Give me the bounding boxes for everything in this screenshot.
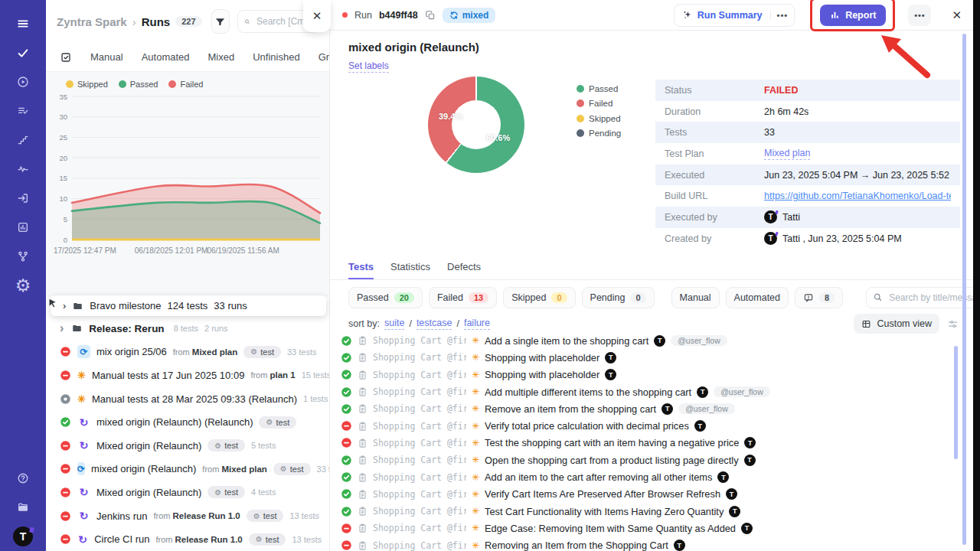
svg-text:25: 25 [59, 133, 67, 142]
assignee-avatar: T [741, 523, 753, 534]
filter-button[interactable] [211, 9, 230, 34]
automated-test-icon: ✳ [472, 335, 479, 346]
test-row[interactable]: Shopping Cart @firs...✳Edge Case: Removi… [341, 520, 954, 536]
run-type-sync-icon: ⟳ [77, 345, 90, 358]
bar-chart-icon [830, 10, 840, 20]
folder-icon [71, 323, 83, 334]
runs-area-chart: 0510152025303517/2025 12:47 PM06/18/2025… [46, 89, 329, 260]
test-row[interactable]: Shopping Cart @firs...✳Remove an item fr… [341, 400, 954, 417]
panel-close-button[interactable]: ✕ [303, 0, 331, 32]
svg-text:30: 30 [59, 112, 67, 121]
status-passed-icon [341, 506, 352, 517]
sort-by-failure[interactable]: failure [464, 318, 490, 330]
panel-scrollbar[interactable] [962, 34, 966, 545]
filter-chip-manual[interactable]: Manual [671, 287, 720, 308]
sort-by-suite[interactable]: suite [384, 318, 404, 330]
runs-tab-manual[interactable]: Manual [90, 51, 123, 63]
menu-icon[interactable] [8, 9, 38, 38]
run-detail-tabs: TestsStatisticsDefects [330, 261, 974, 280]
test-row[interactable]: Shopping Cart @firs...✳Shopping with pla… [341, 367, 954, 383]
more-actions-button[interactable]: ••• [908, 5, 931, 26]
run-list-item[interactable]: ✳Manual tests at 28 Mar 2025 09:33 (Rela… [46, 387, 329, 411]
test-row[interactable]: Shopping Cart @firs...✳Shopping with pla… [341, 349, 954, 366]
run-list-item[interactable]: ↻mixed origin (Relaunch) (Relaunch)⚙test [46, 410, 329, 434]
select-all-icon[interactable] [60, 51, 72, 64]
tab-statistics[interactable]: Statistics [390, 261, 430, 279]
runs-header: Zyntra Spark › Runs 227 ✕ [46, 0, 329, 43]
runs-tab-automated[interactable]: Automated [142, 51, 190, 63]
filter-chip-skipped[interactable]: Skipped0 [503, 287, 575, 308]
filter-count: 13 [469, 292, 488, 303]
run-list-item[interactable]: ⟳mixed origin (Relaunch)from Mixed plan⚙… [46, 458, 329, 481]
runs-tab-unfinished[interactable]: Unfinished [253, 51, 299, 63]
play-circle-icon[interactable] [8, 67, 38, 96]
chevron-right-icon[interactable]: › [60, 322, 64, 334]
detail-value[interactable]: Mixed plan [764, 148, 810, 160]
close-run-panel-button[interactable]: ✕ [952, 8, 962, 22]
breadcrumb-page[interactable]: Runs [142, 15, 171, 28]
branch-icon[interactable] [8, 242, 38, 271]
test-runs-list-icon[interactable] [8, 96, 38, 126]
assignee-avatar: T [744, 437, 756, 448]
reports-chart-icon[interactable] [8, 213, 38, 242]
test-row[interactable]: Shopping Cart @firs...✳Removing an Item … [341, 537, 954, 551]
filter-chip-pending[interactable]: Pending0 [582, 287, 655, 308]
test-row[interactable]: Shopping Cart @firs...✳Open the shopping… [341, 452, 954, 468]
activity-pulse-icon[interactable] [8, 155, 38, 184]
run-list-item[interactable]: ↻Jenkins runfrom Release Run 1.0⚙test13 … [46, 504, 329, 528]
run-list-item[interactable]: ↻Mixed origin (Relaunch)⚙test5 tests [46, 434, 329, 458]
set-labels-link[interactable]: Set labels [348, 60, 389, 73]
tests-scrollbar[interactable] [954, 346, 958, 459]
automated-test-icon: ✳ [472, 506, 479, 517]
view-settings-icon[interactable] [947, 318, 959, 330]
run-summary-more-button[interactable]: ••• [770, 11, 795, 20]
tab-defects[interactable]: Defects [447, 261, 481, 279]
runs-tab-mixed[interactable]: Mixed [208, 51, 235, 63]
run-list-item[interactable]: ↻Circle CI runfrom Release Run 1.0⚙test1… [46, 527, 329, 551]
run-summary-button-group[interactable]: Run Summary ••• [674, 4, 795, 27]
test-row[interactable]: Shopping Cart @firs...✳Add multiple diff… [341, 383, 954, 400]
help-icon[interactable] [8, 464, 38, 493]
comments-filter-chip[interactable]: 8 [795, 287, 843, 308]
run-list-item[interactable]: ↻Mixed origin (Relaunch)⚙test4 tests [46, 481, 329, 504]
sort-by-testcase[interactable]: testcase [416, 318, 452, 330]
test-badge: ⚙test [273, 463, 311, 475]
filter-chip-automated[interactable]: Automated [726, 287, 789, 308]
test-row[interactable]: Shopping Cart @firs...✳Verify total pric… [341, 417, 954, 434]
automated-test-icon: ✳ [472, 403, 479, 414]
user-avatar[interactable]: T [8, 522, 38, 551]
check-icon[interactable] [8, 38, 38, 67]
filter-chip-failed[interactable]: Failed13 [429, 287, 497, 308]
sign-in-icon[interactable] [8, 184, 38, 213]
report-button[interactable]: Report [820, 5, 886, 26]
milestones-steps-icon[interactable] [8, 126, 38, 155]
run-folder-row-pinned[interactable]: ›Bravo milestone124 tests33 runs [51, 295, 326, 316]
projects-folder-icon[interactable] [8, 493, 38, 522]
run-type-relaunch-icon: ↻ [77, 510, 90, 523]
status-passed-icon [341, 471, 352, 483]
tab-tests[interactable]: Tests [348, 261, 374, 279]
settings-gear-icon[interactable]: ⚙ [8, 271, 38, 300]
breadcrumb-project[interactable]: Zyntra Spark [57, 15, 127, 28]
build-url-link[interactable]: https://github.com/TetianaKhomenko/Load-… [764, 191, 951, 201]
svg-text:17/2025 12:47 PM: 17/2025 12:47 PM [54, 246, 116, 255]
run-list-item[interactable]: ✳Manual tests at 17 Jun 2025 10:09from p… [46, 364, 329, 387]
run-name: mix origin 25/06 [96, 346, 167, 357]
test-plan-link[interactable]: Mixed plan [764, 148, 810, 160]
status-passed-icon [341, 369, 352, 380]
chart-legend: SkippedPassedFailed [46, 72, 329, 89]
test-row[interactable]: Shopping Cart @firs...✳Add an item to th… [341, 468, 954, 485]
test-row[interactable]: Shopping Cart @firs...✳Add a single item… [341, 332, 954, 349]
run-details-table: StatusFAILEDDuration2h 6m 42sTests33Test… [655, 80, 960, 249]
custom-view-button[interactable]: Custom view [854, 314, 939, 334]
detail-value[interactable]: https://github.com/TetianaKhomenko/Load-… [764, 191, 951, 201]
test-row[interactable]: Shopping Cart @firs...✳Verify Cart Items… [341, 486, 954, 503]
test-row[interactable]: Shopping Cart @firs...✳Test Cart Functio… [341, 503, 954, 520]
chevron-right-icon[interactable]: › [63, 300, 66, 311]
copy-run-id-button[interactable] [425, 10, 436, 21]
test-row[interactable]: Shopping Cart @firs...✳Test the shopping… [341, 435, 954, 452]
run-list-item[interactable]: ⟳mix origin 25/06from Mixed plan⚙test33 … [46, 341, 329, 364]
filter-chip-passed[interactable]: Passed20 [348, 287, 423, 308]
test-suite-name: Shopping Cart @firs... [373, 352, 466, 363]
run-list-item[interactable]: ›Release: Rerun8 tests2 runs [46, 317, 329, 341]
